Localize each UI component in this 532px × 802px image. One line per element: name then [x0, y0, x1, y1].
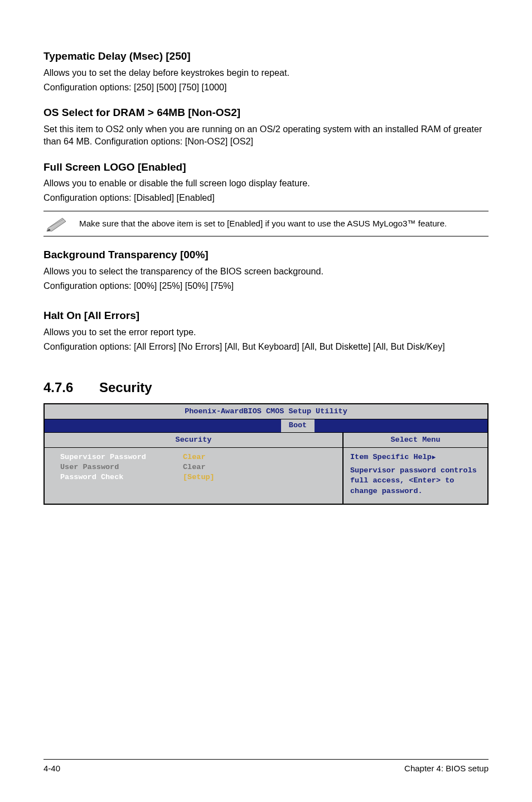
triangle-right-icon: ▶	[432, 453, 436, 462]
para: Configuration options: [250] [500] [750]…	[43, 81, 489, 94]
heading-full-screen-logo: Full Screen LOGO [Enabled]	[43, 160, 489, 175]
bios-help-title: Item Specific Help	[350, 452, 432, 462]
heading-background-transparency: Background Transparency [00%]	[43, 248, 489, 262]
menu-spacer	[45, 419, 281, 432]
bios-row-value: Clear	[183, 462, 338, 472]
bios-row-label: Password Check	[60, 472, 183, 482]
bios-help-body: Supervisor password controls full access…	[350, 466, 481, 496]
bios-row-label: Supervisor Password	[60, 452, 183, 462]
heading-security: 4.7.6Security	[43, 379, 489, 397]
bios-row-label: User Password	[60, 462, 183, 472]
para: Allows you to select the transparency of…	[43, 265, 489, 278]
page-footer: 4-40 Chapter 4: BIOS setup	[43, 759, 489, 774]
note-block: Make sure that the above item is set to …	[43, 211, 489, 236]
menu-spacer	[315, 419, 487, 432]
bios-row-value: [Setup]	[183, 472, 338, 482]
bios-help-title-row: Item Specific Help▶	[350, 452, 481, 462]
heading-typematic-delay: Typematic Delay (Msec) [250]	[43, 49, 489, 64]
para: Configuration options: [00%] [25%] [50%]…	[43, 280, 489, 292]
bios-row-supervisor-password: Supervisor Password Clear	[60, 452, 338, 462]
bios-menu-row: Boot	[45, 419, 487, 432]
footer-chapter: Chapter 4: BIOS setup	[404, 763, 489, 774]
para: Allows you to set the delay before keyst…	[43, 67, 489, 79]
bios-row-user-password: User Password Clear	[60, 462, 338, 472]
para: Configuration options: [Disabled] [Enabl…	[43, 192, 489, 204]
para: Configuration options: [All Errors] [No …	[43, 341, 489, 353]
bios-screenshot: Phoenix-AwardBIOS CMOS Setup Utility Boo…	[43, 403, 489, 505]
heading-halt-on: Halt On [All Errors]	[43, 308, 489, 323]
bios-left-content: Supervisor Password Clear User Password …	[45, 448, 342, 504]
bios-menu-boot: Boot	[281, 419, 315, 432]
para: Allows you to set the error report type.	[43, 326, 489, 339]
pencil-note-icon	[43, 216, 79, 231]
heading-os-select: OS Select for DRAM > 64MB [Non-OS2]	[43, 105, 489, 120]
heading-title: Security	[99, 380, 152, 395]
para: Allows you to enable or disable the full…	[43, 177, 489, 190]
page-number: 4-40	[43, 763, 60, 774]
bios-right-content: Item Specific Help▶ Supervisor password …	[344, 448, 487, 504]
bios-left-heading: Security	[45, 433, 342, 448]
bios-right-heading: Select Menu	[344, 433, 487, 448]
bios-body: Security Supervisor Password Clear User …	[45, 433, 487, 504]
bios-title: Phoenix-AwardBIOS CMOS Setup Utility	[45, 404, 487, 419]
bios-row-password-check: Password Check [Setup]	[60, 472, 338, 482]
heading-number: 4.7.6	[43, 379, 99, 397]
para: Set this item to OS2 only when you are r…	[43, 123, 489, 148]
bios-right-pane: Select Menu Item Specific Help▶ Supervis…	[344, 433, 487, 504]
bios-row-value: Clear	[183, 452, 338, 462]
note-text: Make sure that the above item is set to …	[79, 218, 447, 230]
bios-left-pane: Security Supervisor Password Clear User …	[45, 433, 344, 504]
